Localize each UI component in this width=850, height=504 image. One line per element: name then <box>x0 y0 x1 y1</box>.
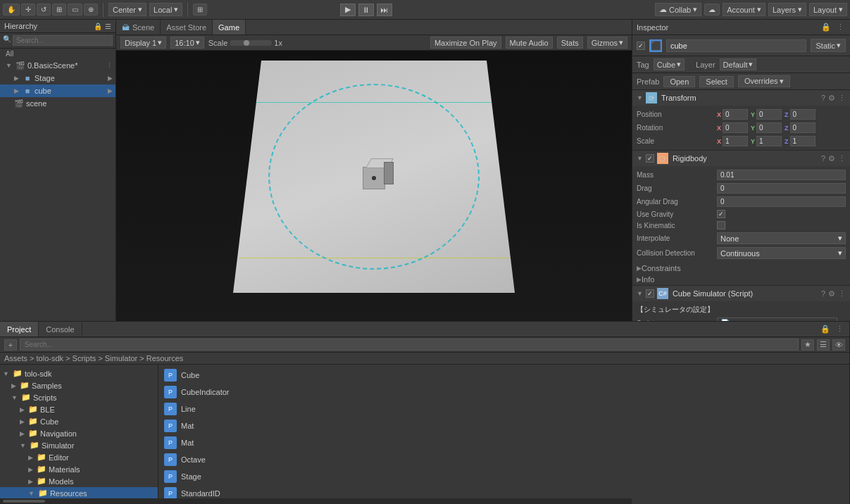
inspector-scroll[interactable]: ⬛ Static ▾ Tag Cube ▾ Layer Default ▾ <box>632 35 850 321</box>
scale-slider[interactable] <box>230 40 272 46</box>
is-kinematic-checkbox[interactable] <box>717 221 725 229</box>
tree-item-simulator[interactable]: ▼ 📁 Simulator <box>0 439 158 451</box>
tab-scene[interactable]: 🏔 Scene <box>116 20 161 34</box>
tab-game[interactable]: Game <box>213 20 246 34</box>
active-checkbox[interactable] <box>637 42 645 50</box>
tree-item-cube-folder[interactable]: ▶ 📁 Cube <box>0 415 158 427</box>
transform-settings-icon[interactable]: ⚙ <box>828 94 835 103</box>
hierarchy-menu-btn[interactable]: ⋮ <box>106 62 113 69</box>
simulator-kebab-icon[interactable]: ⋮ <box>838 289 846 298</box>
favorites-btn[interactable]: ★ <box>801 339 814 351</box>
simulator-help-icon[interactable]: ? <box>821 289 825 298</box>
gizmos-btn[interactable]: Gizmos ▾ <box>587 37 627 49</box>
use-gravity-checkbox[interactable] <box>717 210 725 218</box>
grid-item-mat2[interactable]: P Mat <box>161 435 846 451</box>
tree-item-samples[interactable]: ▶ 📁 Samples <box>0 379 158 391</box>
bottom-scrollbar[interactable] <box>0 498 632 504</box>
hand-tool[interactable]: ✋ <box>3 4 20 15</box>
tag-dropdown[interactable]: Cube ▾ <box>654 58 685 70</box>
cube-simulator-header[interactable]: ▼ C# Cube Simulator (Script) ? ⚙ ⋮ <box>632 286 850 301</box>
scale-z-input[interactable] <box>790 136 815 146</box>
tree-item-resources[interactable]: ▼ 📁 Resources <box>0 487 158 499</box>
mass-input[interactable] <box>717 170 846 180</box>
grid-item-octave[interactable]: P Octave <box>161 452 846 467</box>
tree-item-navigation[interactable]: ▶ 📁 Navigation <box>0 427 158 439</box>
cloud-btn[interactable]: ☁ <box>704 4 720 15</box>
static-button[interactable]: Static ▾ <box>811 39 846 52</box>
rigidbody-kebab-icon[interactable]: ⋮ <box>838 154 846 163</box>
hierarchy-all-item[interactable]: All <box>0 49 115 59</box>
grid-item-cubeindicator[interactable]: P CubeIndicator <box>161 384 846 400</box>
rotation-y-input[interactable] <box>756 122 782 133</box>
inspector-lock-icon[interactable]: 🔒 <box>820 23 832 32</box>
layout-dropdown[interactable]: Layout ▾ <box>809 3 847 16</box>
eye-btn[interactable]: 👁 <box>832 339 845 351</box>
project-kebab-icon[interactable]: ⋮ <box>835 325 845 334</box>
position-y-input[interactable] <box>756 109 782 120</box>
hierarchy-lock-icon[interactable]: 🔒 <box>94 23 102 30</box>
account-dropdown[interactable]: Account ▾ <box>723 3 765 16</box>
cube-menu-btn[interactable]: ▶ <box>108 87 113 94</box>
play-button[interactable]: ▶ <box>340 4 356 16</box>
scale-y-input[interactable] <box>756 136 782 146</box>
grid-item-mat1[interactable]: P Mat <box>161 418 846 434</box>
rigidbody-help-icon[interactable]: ? <box>821 154 825 163</box>
display-dropdown[interactable]: Display 1 ▾ <box>120 37 166 49</box>
open-button[interactable]: Open <box>663 76 695 87</box>
pause-button[interactable]: ⏸ <box>358 4 374 16</box>
overrides-button[interactable]: Overrides ▾ <box>738 75 790 87</box>
hierarchy-item-cube[interactable]: ▶ ■ cube ▶ <box>0 84 115 97</box>
rotation-x-input[interactable] <box>723 122 748 133</box>
tab-project[interactable]: Project <box>0 322 39 336</box>
hierarchy-item-scene[interactable]: 🎬 scene <box>0 97 115 110</box>
inspector-kebab-icon[interactable]: ⋮ <box>835 23 846 32</box>
tree-item-root[interactable]: ▼ 📁 tolo-sdk <box>0 367 158 379</box>
grid-item-stage[interactable]: P Stage <box>161 469 846 484</box>
object-name-input[interactable] <box>666 39 806 52</box>
info-foldout[interactable]: ▶ Info <box>632 274 850 285</box>
project-search-input[interactable] <box>20 339 799 351</box>
stats-btn[interactable]: Stats <box>557 37 583 49</box>
transform-kebab-icon[interactable]: ⋮ <box>838 94 846 103</box>
position-x-input[interactable] <box>723 109 748 120</box>
rigidbody-checkbox[interactable] <box>646 154 654 163</box>
drag-input[interactable] <box>717 183 846 194</box>
transform-tool[interactable]: ⊕ <box>84 4 98 15</box>
tree-item-ble[interactable]: ▶ 📁 BLE <box>0 403 158 415</box>
hierarchy-scene-root[interactable]: ▼ 🎬 0.BasicScene* ⋮ <box>0 59 115 72</box>
tree-item-materials[interactable]: ▶ 📁 Materials <box>0 463 158 475</box>
filter-btn[interactable]: ☰ <box>817 339 830 351</box>
transform-header[interactable]: ▼ ⟳ Transform ? ⚙ ⋮ <box>632 90 850 106</box>
rotation-z-input[interactable] <box>790 122 815 133</box>
step-button[interactable]: ⏭ <box>377 4 392 16</box>
resolution-dropdown[interactable]: 16:10 ▾ <box>170 37 204 49</box>
layers-dropdown[interactable]: Layers ▾ <box>768 3 806 16</box>
simulator-settings-icon[interactable]: ⚙ <box>828 289 835 298</box>
position-z-input[interactable] <box>790 109 815 120</box>
add-button[interactable]: + <box>4 339 17 351</box>
maximize-btn[interactable]: Maximize On Play <box>430 37 501 49</box>
rigidbody-settings-icon[interactable]: ⚙ <box>828 154 835 163</box>
snap-btn[interactable]: ⊞ <box>193 4 207 15</box>
transform-help-icon[interactable]: ? <box>821 94 825 103</box>
grid-item-line[interactable]: P Line <box>161 401 846 417</box>
tree-item-editor[interactable]: ▶ 📁 Editor <box>0 451 158 463</box>
tab-asset-store[interactable]: Asset Store <box>161 20 213 34</box>
scale-tool[interactable]: ⊞ <box>52 4 66 15</box>
tree-item-models[interactable]: ▶ 📁 Models <box>0 475 158 487</box>
mute-audio-btn[interactable]: Mute Audio <box>506 37 553 49</box>
hierarchy-menu-icon[interactable]: ☰ <box>105 23 111 30</box>
move-tool[interactable]: ✛ <box>21 4 35 15</box>
constraints-foldout[interactable]: ▶ Constraints <box>632 263 850 274</box>
interpolate-dropdown[interactable]: None ▾ <box>717 232 846 244</box>
tab-console[interactable]: Console <box>39 322 82 336</box>
scale-x-input[interactable] <box>723 136 748 146</box>
collision-dropdown[interactable]: Continuous ▾ <box>717 247 846 259</box>
stage-menu-btn[interactable]: ▶ <box>108 75 113 82</box>
simulator-checkbox[interactable] <box>646 289 654 298</box>
pivot-center-dropdown[interactable]: Center ▾ <box>108 3 146 16</box>
rigidbody-header[interactable]: ▼ ⬡ Rigidbody ? ⚙ ⋮ <box>632 151 850 166</box>
local-dropdown[interactable]: Local ▾ <box>149 3 182 16</box>
hierarchy-item-stage[interactable]: ▶ ■ Stage ▶ <box>0 72 115 84</box>
select-button[interactable]: Select <box>699 76 734 87</box>
